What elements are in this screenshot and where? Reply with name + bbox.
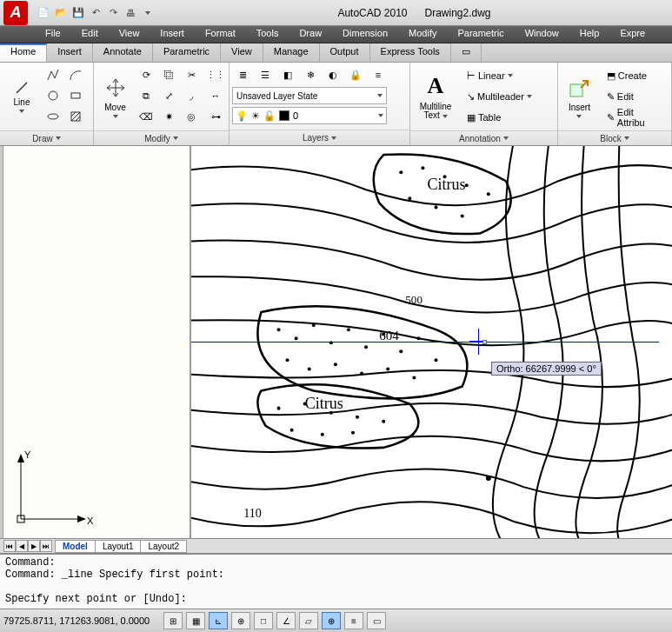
mirror-icon[interactable]: ⧉	[136, 86, 156, 105]
rectangle-icon[interactable]	[65, 86, 86, 105]
layer-iso-icon[interactable]: ◧	[277, 65, 298, 84]
chevron-down-icon	[19, 110, 24, 113]
panel-modify-label[interactable]: Modify	[94, 130, 229, 145]
menu-format[interactable]: Format	[195, 26, 246, 43]
command-window[interactable]: Command: Command: _line Specify first po…	[0, 554, 672, 609]
fillet-icon[interactable]: ◞	[181, 86, 202, 105]
circle-icon[interactable]	[43, 86, 63, 105]
model-viewport[interactable]: Citrus Citrus 604 500 110 Ortho: 66267.9…	[191, 146, 672, 538]
tab-parametric[interactable]: Parametric	[153, 43, 221, 62]
layer-properties-icon[interactable]: ≣	[232, 65, 253, 84]
trim-icon[interactable]: ✂	[181, 65, 202, 84]
qat-new-icon[interactable]: 📄	[35, 4, 52, 22]
polar-toggle[interactable]: ⊕	[231, 612, 250, 629]
ellipse-icon[interactable]	[43, 107, 63, 126]
multileader-button[interactable]: ↘Multileader	[463, 88, 536, 105]
layer-state-dropdown[interactable]: Unsaved Layer State	[232, 87, 387, 104]
qat-redo-icon[interactable]: ↷	[104, 4, 122, 22]
join-icon[interactable]: ⊶	[205, 107, 226, 126]
tab-annotate[interactable]: Annotate	[93, 43, 153, 62]
sheet-nav-next-icon[interactable]: ▶	[28, 540, 40, 552]
line-button[interactable]: Line	[3, 65, 41, 128]
panel-draw-label[interactable]: Draw	[0, 130, 93, 145]
layer-current-dropdown[interactable]: 💡 ☀ 🔓 0	[232, 107, 387, 124]
menu-view[interactable]: View	[109, 26, 150, 43]
sheet-nav-prev-icon[interactable]: ◀	[16, 540, 28, 552]
osnap-toggle[interactable]: □	[254, 612, 273, 629]
svg-point-34	[487, 192, 490, 196]
tab-home[interactable]: Home	[0, 43, 47, 62]
create-block-button[interactable]: ⬒Create	[603, 67, 665, 84]
explode-icon[interactable]: ✷	[158, 107, 179, 126]
cursor-pickbox	[482, 340, 487, 344]
tab-express[interactable]: Express Tools	[370, 43, 451, 62]
menu-insert[interactable]: Insert	[150, 26, 195, 43]
snap-toggle[interactable]: ⊞	[163, 612, 183, 629]
move-button[interactable]: Move	[96, 65, 134, 128]
scale-icon[interactable]: ⤢	[158, 86, 179, 105]
sheet-tab-layout1[interactable]: Layout1	[95, 540, 142, 553]
dyn-toggle[interactable]: ⊕	[322, 612, 341, 629]
sheet-tab-layout2[interactable]: Layout2	[140, 540, 187, 553]
sheet-nav-first-icon[interactable]: ⏮	[3, 540, 16, 552]
ortho-toggle[interactable]: ⊾	[209, 612, 228, 629]
linear-dim-button[interactable]: ⊢Linear	[463, 67, 536, 84]
edit-attr-button[interactable]: ✎Edit Attribu	[603, 109, 665, 126]
copy-icon[interactable]: ⿻	[158, 65, 179, 84]
tab-output[interactable]: Output	[320, 43, 370, 62]
offset-icon[interactable]: ◎	[181, 107, 202, 126]
sheet-nav-last-icon[interactable]: ⏭	[40, 540, 52, 552]
grid-toggle[interactable]: ▦	[186, 612, 205, 629]
edit-block-button[interactable]: ✎Edit	[603, 88, 665, 105]
drawing-area[interactable]: Y X	[0, 146, 672, 538]
layer-match-icon[interactable]: ≡	[368, 65, 389, 84]
insert-block-button[interactable]: Insert	[561, 65, 598, 128]
table-button[interactable]: ▦Table	[463, 109, 536, 126]
menu-dimension[interactable]: Dimension	[332, 26, 398, 43]
line-icon	[15, 81, 29, 95]
hatch-icon[interactable]	[65, 107, 86, 126]
otrack-toggle[interactable]: ∠	[276, 612, 296, 629]
app-menu-button[interactable]: A	[3, 1, 28, 25]
menu-window[interactable]: Window	[515, 26, 569, 43]
panel-block-label[interactable]: Block	[558, 130, 671, 145]
menu-file[interactable]: File	[35, 26, 71, 43]
menu-express[interactable]: Expre	[609, 26, 655, 43]
erase-icon[interactable]: ⌫	[136, 107, 156, 126]
menu-help[interactable]: Help	[569, 26, 610, 43]
rotate-icon[interactable]: ⟳	[136, 65, 156, 84]
coordinates-readout[interactable]: 79725.8711, 171263.9081, 0.0000	[3, 615, 160, 626]
lwt-toggle[interactable]: ≡	[344, 612, 363, 629]
menu-edit[interactable]: Edit	[71, 26, 109, 43]
ucs-icon: Y X	[12, 449, 90, 529]
menu-parametric[interactable]: Parametric	[447, 26, 514, 43]
stretch-icon[interactable]: ↔	[205, 86, 226, 105]
svg-point-45	[351, 431, 355, 435]
layer-freeze-icon[interactable]: ❄	[300, 65, 321, 84]
svg-point-16	[312, 323, 316, 327]
layer-lock-icon[interactable]: 🔒	[345, 65, 366, 84]
ducs-toggle[interactable]: ▱	[299, 612, 318, 629]
layer-states-icon[interactable]: ☰	[255, 65, 276, 84]
qat-undo-icon[interactable]: ↶	[87, 4, 104, 22]
multiline-text-button[interactable]: A Multiline Text	[413, 65, 458, 128]
qat-save-icon[interactable]: 💾	[70, 4, 87, 22]
panel-layers-label[interactable]: Layers	[230, 130, 409, 145]
menu-tools[interactable]: Tools	[246, 26, 289, 43]
tab-insert[interactable]: Insert	[47, 43, 93, 62]
tab-collapse-icon[interactable]: ▭	[451, 43, 482, 62]
qp-toggle[interactable]: ▭	[367, 612, 386, 629]
qat-more-icon[interactable]	[139, 4, 156, 22]
polyline-icon[interactable]	[43, 65, 63, 84]
sheet-tab-model[interactable]: Model	[55, 540, 96, 553]
array-icon[interactable]: ⋮⋮	[205, 65, 226, 84]
layer-off-icon[interactable]: ◐	[323, 65, 343, 84]
menu-modify[interactable]: Modify	[398, 26, 447, 43]
arc-icon[interactable]	[65, 65, 86, 84]
menu-draw[interactable]: Draw	[289, 26, 332, 43]
qat-print-icon[interactable]: 🖶	[122, 4, 139, 22]
qat-open-icon[interactable]: 📂	[52, 4, 70, 22]
tab-view[interactable]: View	[221, 43, 263, 62]
panel-annotation-label[interactable]: Annotation	[410, 130, 557, 145]
tab-manage[interactable]: Manage	[263, 43, 320, 62]
